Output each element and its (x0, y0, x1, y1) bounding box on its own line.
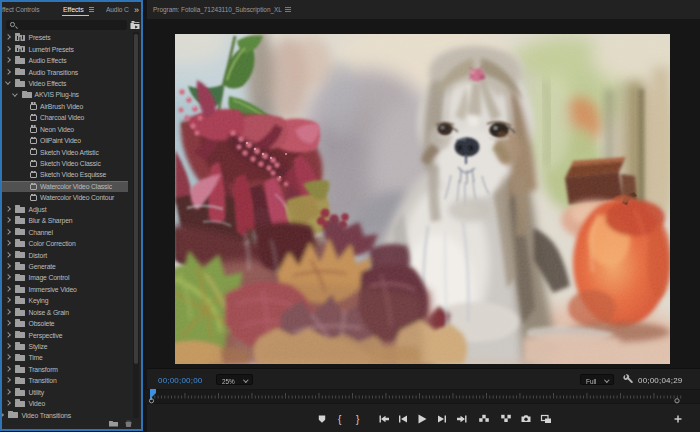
svg-text:{: { (338, 414, 342, 425)
svg-text:}: } (356, 414, 360, 425)
